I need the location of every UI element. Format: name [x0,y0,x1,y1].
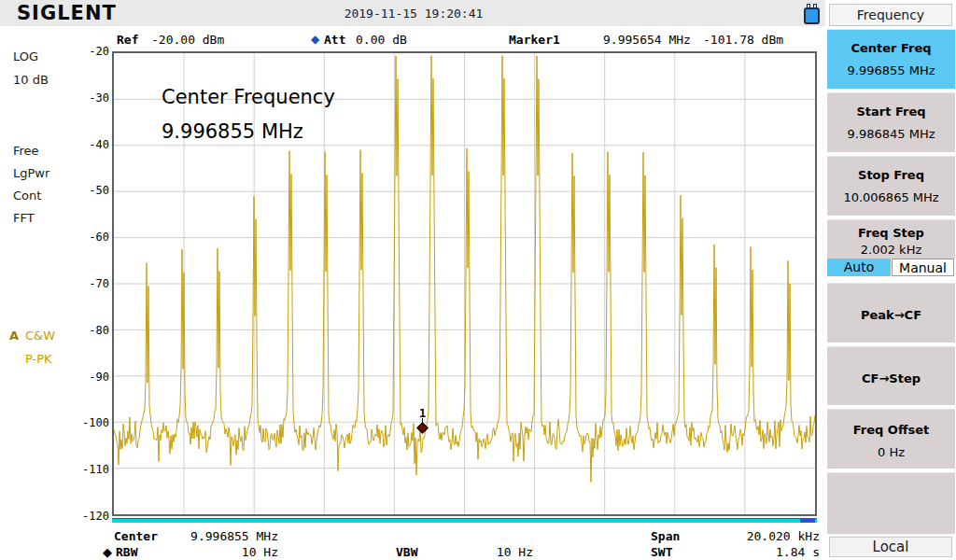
annunciator-log: LOG [13,49,38,63]
annunciator-sweep: Cont [13,189,41,203]
menu-button-freq-offset[interactable]: Freq Offset 0 Hz [827,409,955,469]
freq-step-manual-option[interactable]: Manual [892,259,954,276]
button-value: 0 Hz [827,445,955,459]
annunciator-scale: 10 dB [13,73,49,87]
y-tick-label: -110 [79,463,109,476]
menu-button-start-freq[interactable]: Start Freq 9.986845 MHz [827,92,955,152]
trace-a-label: A [9,329,19,343]
vbw-value: 10 Hz [448,545,533,559]
button-value: 2.002 kHz [827,243,955,257]
datetime: 2019-11-15 19:20:41 [0,7,827,21]
y-tick-label: -20 [79,45,109,58]
y-tick-label: -40 [79,138,109,151]
menu-title: Frequency [829,4,952,26]
button-label: CF→Step [827,371,955,385]
marker-ampl-value: -101.78 dBm [703,33,783,47]
y-tick-label: -90 [79,371,109,384]
swt-value: 1.84 s [691,545,820,559]
rbw-label: RBW [116,545,137,559]
rbw-value: 10 Hz [159,545,278,559]
span-value: 20.020 kHz [691,529,820,543]
menu-panel: Frequency Center Freq 9.996855 MHz Start… [825,0,956,560]
annotation-line1: Center Frequency [162,86,335,108]
menu-button-blank [827,472,955,534]
center-label: Center [114,529,158,543]
y-tick-label: -50 [79,184,109,197]
button-label: Stop Freq [827,168,955,182]
att-diamond-icon: ◆ [311,33,319,46]
y-tick-label: -100 [79,416,109,429]
button-label: Freq Step [827,226,955,240]
att-label: Att [324,33,345,47]
trace-mode-label: C&W [25,329,55,343]
annunciator-fft: FFT [13,211,35,225]
trace-detector-label: P-PK [25,352,52,366]
button-value: 9.986845 MHz [827,127,955,141]
y-tick-label: -120 [79,510,109,523]
marker-label: Marker1 [509,33,560,47]
local-button[interactable]: Local [829,537,952,557]
annotation-line2: 9.996855 MHz [162,120,303,143]
annunciator-detector: LgPwr [13,166,49,180]
button-label: Center Freq [827,41,955,55]
button-value: 9.996855 MHz [827,63,955,77]
menu-button-center-freq[interactable]: Center Freq 9.996855 MHz [827,29,955,89]
button-label: Start Freq [827,105,955,119]
freq-step-auto-option[interactable]: Auto [827,259,891,276]
rbw-diamond-icon: ◆ [103,545,112,559]
menu-button-freq-step[interactable]: Freq Step 2.002 kHz [827,219,955,259]
frequency-scrollbar-track [112,518,817,523]
swt-label: SWT [651,545,672,559]
frequency-scrollbar-handle[interactable] [800,518,815,523]
button-label: Peak→CF [827,308,955,322]
y-tick-label: -80 [79,324,109,337]
att-value: 0.00 dB [356,33,407,47]
y-tick-label: -70 [79,277,109,290]
center-value: 9.996855 MHz [159,529,278,543]
button-value: 10.006865 MHz [827,190,955,204]
vbw-label: VBW [396,545,417,559]
annunciator-trigger: Free [13,144,39,158]
marker-freq-value: 9.995654 MHz [603,33,691,47]
menu-button-stop-freq[interactable]: Stop Freq 10.006865 MHz [827,156,955,216]
ref-label: Ref [117,33,138,47]
button-label: Freq Offset [827,423,955,437]
y-tick-label: -60 [79,231,109,244]
title-bar: SIGLENT 2019-11-15 19:20:41 [0,0,827,26]
span-label: Span [651,529,680,543]
y-tick-label: -30 [79,91,109,105]
battery-body [804,7,820,24]
usb-battery-icon [804,4,820,24]
ref-value: -20.00 dBm [151,33,224,47]
menu-button-peak-to-cf[interactable]: Peak→CF [827,283,955,343]
menu-button-cf-to-step[interactable]: CF→Step [827,346,955,405]
